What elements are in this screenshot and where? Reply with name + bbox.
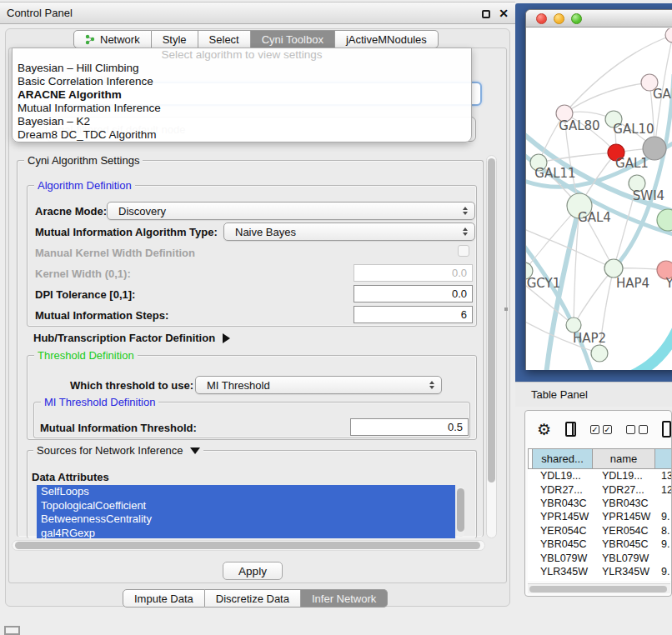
control-panel-title: Control Panel	[7, 7, 73, 19]
table-cell[interactable]: YER054C	[533, 525, 593, 537]
table-cell[interactable]: YLR345W	[533, 566, 593, 578]
algorithm-option[interactable]: Basic Correlation Inference	[13, 75, 471, 88]
minimized-panel-icon[interactable]	[4, 626, 20, 635]
attribute-list-item[interactable]: BetweennessCentrality	[37, 512, 455, 527]
table-row[interactable]: YBR043CYBR043C	[528, 497, 672, 510]
table-cell[interactable]: 9	[655, 579, 672, 581]
network-canvas[interactable]: GALGAL80GAL10GAL1GAL11SWI4GAL4GCY1HAP4YH…	[526, 28, 672, 370]
network-node[interactable]	[665, 28, 672, 42]
table-horizontal-scrollbar[interactable]	[528, 583, 670, 593]
checked-boxes-icon[interactable]: ✓✓	[590, 425, 612, 434]
table-cell[interactable]: YIL052C	[593, 579, 655, 581]
table-cell[interactable]: YBR045C	[593, 538, 655, 550]
float-window-icon[interactable]	[482, 10, 490, 18]
table-cell[interactable]: YPR145W	[533, 511, 593, 522]
mi-threshold-field[interactable]: 0.5	[350, 418, 469, 436]
table-cell[interactable]: YER054C	[593, 525, 655, 537]
table-cell[interactable]: YIL052C	[533, 579, 593, 581]
data-attributes-list[interactable]: SelfLoopsTopologicalCoefficientBetweenne…	[37, 485, 455, 538]
sources-title[interactable]: Sources for Network Inference	[33, 444, 203, 457]
tab-style[interactable]: Style	[152, 30, 198, 48]
panel-splitter-handle[interactable]	[504, 308, 508, 311]
tab-infer-network[interactable]: Infer Network	[301, 589, 388, 608]
table-row[interactable]: YBR045CYBR045C9.	[528, 538, 672, 551]
table-row[interactable]: YLR345WYLR345W9.	[528, 565, 672, 578]
table-cell[interactable]: 9.	[655, 566, 672, 578]
table-row[interactable]: YDR27...YDR27...12	[528, 482, 672, 496]
table-cell[interactable]: YLR345W	[593, 566, 655, 578]
table-body[interactable]: YDL19...YDL19...13YDR27...YDR27...12YBR0…	[528, 469, 672, 581]
tab-select[interactable]: Select	[198, 30, 251, 48]
table-cell[interactable]: YBR043C	[533, 498, 593, 509]
table-cell[interactable]: YBR043C	[593, 498, 655, 509]
tab-discretize-data[interactable]: Discretize Data	[205, 589, 301, 608]
table-cell[interactable]: YDL19...	[593, 470, 655, 482]
mi-steps-field[interactable]: 6	[354, 306, 473, 323]
column-header-name[interactable]: name	[593, 448, 655, 469]
kernel-width-field[interactable]: 0.0	[354, 264, 473, 282]
network-node[interactable]	[643, 137, 666, 160]
table-cell[interactable]: YDL19...	[533, 470, 593, 482]
table-scrollbar-thumb[interactable]	[529, 586, 667, 592]
table-cell[interactable]: 12	[655, 484, 672, 496]
table-row[interactable]: YER054CYER054C8.	[528, 524, 672, 538]
table-cell[interactable]: YBL079W	[533, 552, 593, 564]
threshold-definition-title: Threshold Definition	[34, 349, 138, 362]
tab-network[interactable]: Network	[73, 30, 152, 48]
gear-icon[interactable]: ⚙	[537, 422, 551, 438]
which-threshold-combo[interactable]: MI Threshold	[195, 376, 442, 394]
unchecked-boxes-icon[interactable]	[626, 425, 648, 434]
table-cell[interactable]: 8.	[655, 525, 672, 537]
close-traffic-light-icon[interactable]	[536, 13, 547, 24]
attribute-list-item[interactable]: TopologicalCoefficient	[37, 499, 455, 513]
minimize-traffic-light-icon[interactable]	[554, 13, 564, 24]
attribute-list-item[interactable]: SelfLoops	[37, 485, 455, 499]
algorithm-option[interactable]: Bayesian – K2	[13, 115, 471, 128]
combo-arrows-icon	[463, 207, 468, 215]
table-cell[interactable]: 13	[655, 470, 672, 482]
tab-cyni-toolbox[interactable]: Cyni Toolbox	[251, 30, 335, 48]
algorithm-definition-title: Algorithm Definition	[34, 179, 135, 192]
table-cell[interactable]: 9.	[655, 511, 672, 522]
aracne-mode-combo[interactable]: Discovery	[107, 202, 475, 220]
table-cell[interactable]: YDR27...	[593, 484, 655, 496]
hub-definition-expander[interactable]: Hub/Transcription Factor Definition	[33, 332, 230, 344]
table-row[interactable]: YPR145WYPR145W9.	[528, 510, 672, 523]
network-node[interactable]	[604, 259, 623, 278]
column-header-shared-name[interactable]: shared...	[533, 448, 593, 469]
column-header-partial[interactable]	[655, 448, 672, 469]
tab-impute-data[interactable]: Impute Data	[123, 589, 205, 608]
settings-vertical-scrollbar[interactable]	[486, 155, 497, 538]
dpi-tolerance-field[interactable]: 0.0	[354, 285, 473, 302]
algorithm-option[interactable]: Bayesian – Hill Climbing	[13, 62, 471, 75]
table-cell[interactable]: YPR145W	[593, 511, 655, 522]
attribute-list-scrollbar[interactable]	[457, 487, 464, 537]
network-window-titlebar[interactable]	[526, 10, 672, 28]
settings-horizontal-scrollbar[interactable]	[12, 540, 485, 551]
horizontal-scrollbar-thumb[interactable]	[15, 542, 480, 549]
table-cell[interactable]: YBL079W	[593, 552, 655, 564]
table-cell[interactable]: 9.	[655, 538, 672, 550]
mi-type-combo[interactable]: Naive Bayes	[223, 222, 475, 241]
algorithm-option[interactable]: ARACNE Algorithm	[13, 88, 471, 102]
network-view-window[interactable]: GALGAL80GAL10GAL1GAL11SWI4GAL4GCY1HAP4YH…	[525, 9, 672, 370]
close-icon[interactable]: ✕	[499, 7, 509, 20]
table-row[interactable]: YIL052CYIL052C9	[528, 578, 672, 581]
table-row[interactable]: YDL19...YDL19...13	[528, 469, 672, 482]
table-cell[interactable]: YBR045C	[533, 538, 593, 550]
file-icon[interactable]	[662, 421, 671, 438]
table-row[interactable]: YBL079WYBL079W	[528, 551, 672, 564]
network-node[interactable]	[591, 345, 608, 362]
attribute-list-item[interactable]: gal4RGexp	[37, 527, 455, 539]
apply-button[interactable]: Apply	[223, 562, 283, 580]
table-panel-bar: Table Panel	[515, 382, 672, 407]
algorithm-option[interactable]: Dream8 DC_TDC Algorithm	[13, 128, 471, 142]
manual-kernel-checkbox[interactable]	[458, 245, 469, 257]
algorithm-option[interactable]: Mutual Information Inference	[13, 102, 471, 115]
table-cell[interactable]: YDR27...	[533, 484, 593, 496]
network-nodes[interactable]: GALGAL80GAL10GAL1GAL11SWI4GAL4GCY1HAP4YH…	[526, 28, 672, 362]
tab-jactivemnodules[interactable]: jActiveMNodules	[335, 30, 439, 48]
zoom-traffic-light-icon[interactable]	[571, 13, 582, 24]
vertical-scrollbar-thumb[interactable]	[488, 158, 495, 482]
split-columns-icon[interactable]	[565, 422, 576, 437]
